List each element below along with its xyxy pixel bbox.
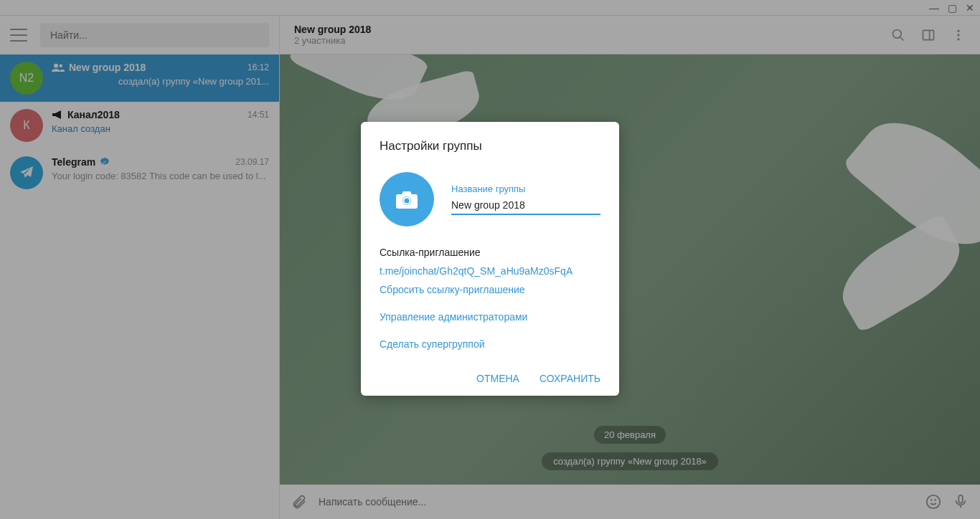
make-supergroup-link[interactable]: Сделать супергруппой: [380, 338, 600, 350]
save-button[interactable]: СОХРАНИТЬ: [540, 373, 600, 384]
name-label: Название группы: [451, 184, 600, 194]
group-name-input[interactable]: [451, 196, 600, 215]
group-photo-button[interactable]: [380, 172, 434, 227]
cancel-button[interactable]: ОТМЕНА: [476, 373, 519, 384]
dialog-title: Настройки группы: [380, 139, 600, 153]
reset-invite-link[interactable]: Сбросить ссылку-приглашение: [380, 284, 600, 295]
invite-link[interactable]: t.me/joinchat/Gh2qtQ_SM_aHu9aMz0sFqA: [380, 265, 600, 277]
manage-admins-link[interactable]: Управление администраторами: [380, 311, 600, 323]
group-settings-dialog: Настройки группы Название группы Ссылка-…: [361, 122, 619, 396]
camera-icon: [395, 189, 419, 210]
invite-section-title: Ссылка-приглашение: [380, 247, 600, 258]
modal-overlay[interactable]: Настройки группы Название группы Ссылка-…: [0, 0, 980, 519]
